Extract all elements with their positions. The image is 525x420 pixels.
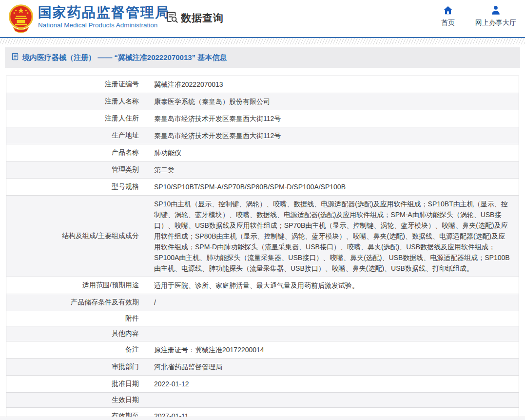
table-row: 其他内容 [6,326,519,341]
row-value: 秦皇岛市经济技术开发区秦皇西大街112号 [154,132,281,140]
data-query-tab[interactable]: 数据查询 [165,10,224,26]
org-title-block: 国家药品监督管理局 National Medical Products Admi… [38,5,170,29]
page-header: 国家药品监督管理局 National Medical Products Admi… [0,0,525,37]
row-label: 批准日期 [112,380,139,387]
row-value-cell: 秦皇岛市经济技术开发区秦皇西大街112号 [146,127,519,144]
nav-service-hall-label: 网上办事大厅 [475,19,516,27]
table-row: 型号规格SP10/SP10BT/SPM-A/SP70B/SP80B/SPM-D/… [6,179,519,196]
table-row: 产品名称肺功能仪 [6,144,519,161]
row-label-cell: 注册人住所 [6,110,146,127]
row-label: 注册人名称 [105,97,139,105]
row-label-cell: 产品名称 [6,144,146,161]
row-value-cell: SP10由主机（显示、控制键、涡轮）、咬嘴、数据线、电源适配器(选配)及应用软件… [146,196,519,277]
row-value-cell: / [146,294,519,311]
info-table-body: 注册证编号冀械注准20222070013注册人名称康泰医学系统（秦皇岛）股份有限… [6,76,519,420]
nav-item-home[interactable]: 首页 [437,5,459,27]
row-label: 注册证编号 [105,80,139,88]
table-row: 注册人住所秦皇岛市经济技术开发区秦皇西大街112号 [6,110,519,127]
user-icon [475,5,516,16]
row-value: 第二类 [154,166,175,174]
row-label-cell: 审批部门 [6,359,146,376]
table-row: 批准日期2022-01-12 [6,376,519,393]
row-value: 河北省药品监督管理局 [154,363,222,371]
registration-info-table: 注册证编号冀械注准20222070013注册人名称康泰医学系统（秦皇岛）股份有限… [6,76,519,420]
breadcrumb: 境内医疗器械（注册） —— “冀械注准20222070013” 基本信息 [5,47,520,68]
document-icon [11,53,19,62]
row-value-cell: 原注册证号：冀械注准20172200014 [146,341,519,359]
row-value: 适用于医院、诊所、家庭肺活量、最大通气量及用药前后激发试验。 [154,281,359,289]
table-row: 适用范围/预期用途适用于医院、诊所、家庭肺活量、最大通气量及用药前后激发试验。 [6,277,519,294]
row-label: 附件 [125,314,139,322]
nav-home-label: 首页 [437,19,459,27]
row-value: 秦皇岛市经济技术开发区秦皇西大街112号 [154,115,281,122]
row-label-cell: 产品储存条件及有效期 [6,294,146,311]
row-value: 2022-01-12 [154,380,189,388]
row-value-cell [146,393,519,408]
row-label: 管理类别 [112,165,139,173]
row-value: / [154,299,156,306]
national-emblem-icon [7,3,35,34]
row-label: 备注 [125,345,139,353]
row-label: 注册人住所 [105,114,139,122]
nav-item-service-hall[interactable]: 网上办事大厅 [475,5,516,27]
row-value: SP10/SP10BT/SPM-A/SP70B/SP80B/SPM-D/SP10… [154,183,346,191]
page-title: 境内医疗器械（注册） —— “冀械注准20222070013” 基本信息 [22,53,227,62]
row-value-cell: 2022-01-12 [146,376,519,393]
row-label: 型号规格 [112,182,139,190]
row-label: 其他内容 [112,329,139,337]
row-label: 适用范围/预期用途 [82,281,139,289]
row-value: 肺功能仪 [154,149,181,157]
row-label-cell: 附件 [6,311,146,326]
row-label-cell: 适用范围/预期用途 [6,277,146,294]
table-row: 生效日期 [6,393,519,408]
table-row: 备注原注册证号：冀械注准20172200014 [6,341,519,359]
table-row: 结构及组成/主要组成成分SP10由主机（显示、控制键、涡轮）、咬嘴、数据线、电源… [6,196,519,277]
row-label-cell: 备注 [6,341,146,359]
table-row: 注册人名称康泰医学系统（秦皇岛）股份有限公司 [6,93,519,110]
row-value-cell: 肺功能仪 [146,144,519,161]
row-label-cell: 结构及组成/主要组成成分 [6,196,146,277]
row-value-cell: 适用于医院、诊所、家庭肺活量、最大通气量及用药前后激发试验。 [146,277,519,294]
row-label: 产品名称 [112,148,139,156]
row-label: 审批部门 [112,362,139,370]
row-value: SP10由主机（显示、控制键、涡轮）、咬嘴、数据线、电源适配器(选配)及应用软件… [154,200,510,272]
header-nav: 首页 网上办事大厅 [437,5,516,27]
row-value: 康泰医学系统（秦皇岛）股份有限公司 [154,98,270,105]
data-query-label: 数据查询 [181,11,224,25]
table-row: 附件 [6,311,519,326]
row-label-cell: 生产地址 [6,127,146,144]
row-label-cell: 其他内容 [6,326,146,341]
row-label: 生效日期 [112,396,139,403]
row-value-cell [146,326,519,341]
row-label-cell: 注册证编号 [6,76,146,93]
row-value: 冀械注准20222070013 [154,80,223,88]
row-value-cell: 冀械注准20222070013 [146,76,519,93]
header-hatch-strip [0,38,525,44]
row-label: 生产地址 [112,131,139,139]
footer-strip [0,417,525,420]
registration-info-table-wrap: 注册证编号冀械注准20222070013注册人名称康泰医学系统（秦皇岛）股份有限… [6,76,519,420]
row-value-cell: 第二类 [146,161,519,179]
org-name-zh: 国家药品监督管理局 [38,5,170,20]
table-row: 注册证编号冀械注准20222070013 [6,76,519,93]
table-row: 产品储存条件及有效期/ [6,294,519,311]
row-value-cell: 河北省药品监督管理局 [146,359,519,376]
table-row: 生产地址秦皇岛市经济技术开发区秦皇西大街112号 [6,127,519,144]
row-value-cell: SP10/SP10BT/SPM-A/SP70B/SP80B/SPM-D/SP10… [146,179,519,196]
row-label-cell: 型号规格 [6,179,146,196]
home-icon [437,5,459,16]
org-name-en: National Medical Products Administration [38,21,170,29]
row-value: 原注册证号：冀械注准20172200014 [154,346,264,354]
table-row: 管理类别第二类 [6,161,519,179]
data-query-icon [165,10,178,26]
row-label-cell: 生效日期 [6,393,146,408]
row-label-cell: 管理类别 [6,161,146,179]
row-value-cell: 康泰医学系统（秦皇岛）股份有限公司 [146,93,519,110]
table-row: 审批部门河北省药品监督管理局 [6,359,519,376]
row-label-cell: 批准日期 [6,376,146,393]
row-label-cell: 注册人名称 [6,93,146,110]
row-label: 结构及组成/主要组成成分 [62,232,139,240]
row-value-cell [146,311,519,326]
row-value-cell: 秦皇岛市经济技术开发区秦皇西大街112号 [146,110,519,127]
row-label: 产品储存条件及有效期 [71,298,139,306]
